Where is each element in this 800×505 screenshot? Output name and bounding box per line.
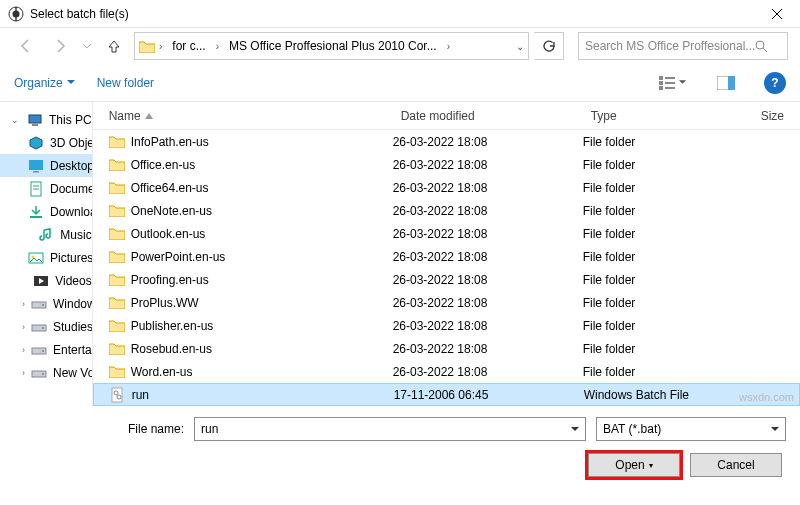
file-type: File folder [583, 181, 753, 195]
up-button[interactable] [100, 32, 128, 60]
file-row[interactable]: OneNote.en-us26-03-2022 18:08File folder [93, 199, 800, 222]
filename-input[interactable]: run [194, 417, 586, 441]
sidebar-item-label: Studies (D:) [53, 320, 92, 334]
chevron-down-icon [771, 427, 779, 432]
sidebar-item-label: Pictures [50, 251, 92, 265]
address-dropdown[interactable]: ⌄ [516, 41, 524, 52]
folder-icon [139, 38, 155, 54]
expand-icon: › [22, 345, 25, 355]
sidebar-item-pictures[interactable]: Pictures [0, 246, 92, 269]
file-type: File folder [583, 319, 753, 333]
view-list-button[interactable] [656, 71, 688, 95]
file-row[interactable]: Publisher.en-us26-03-2022 18:08File fold… [93, 314, 800, 337]
sidebar-item-3d-objects[interactable]: 3D Objects [0, 131, 92, 154]
folder-icon [109, 226, 125, 242]
svg-rect-15 [29, 115, 41, 123]
filename-label: File name: [14, 422, 184, 436]
file-row[interactable]: Proofing.en-us26-03-2022 18:08File folde… [93, 268, 800, 291]
file-name: Rosebud.en-us [131, 342, 212, 356]
drive-icon [31, 365, 47, 381]
back-button[interactable] [12, 32, 40, 60]
sidebar-item-label: 3D Objects [50, 136, 92, 150]
help-button[interactable]: ? [764, 72, 786, 94]
sidebar-item-this-pc[interactable]: ⌄This PC [0, 108, 92, 131]
dl-icon [28, 204, 44, 220]
file-type: File folder [583, 365, 753, 379]
preview-pane-button[interactable] [710, 71, 742, 95]
search-placeholder: Search MS Office Proffesional... [585, 39, 755, 53]
file-type: File folder [583, 250, 753, 264]
breadcrumb-item[interactable]: for c... [166, 37, 211, 55]
svg-rect-22 [30, 216, 42, 218]
svg-rect-12 [665, 87, 675, 89]
sidebar-item-windows-ssd-c[interactable]: ›Windows-SSD (C [0, 292, 92, 315]
main-area: ⌄This PC3D ObjectsDesktopDocumentsDownlo… [0, 102, 800, 407]
file-type: File folder [583, 227, 753, 241]
cancel-button[interactable]: Cancel [690, 453, 782, 477]
refresh-button[interactable] [534, 32, 564, 60]
sidebar-item-documents[interactable]: Documents [0, 177, 92, 200]
file-type: File folder [583, 158, 753, 172]
svg-rect-18 [33, 171, 39, 173]
svg-point-33 [42, 373, 44, 375]
file-name: Office64.en-us [131, 181, 209, 195]
file-name: PowerPoint.en-us [131, 250, 226, 264]
sidebar-item-downloads[interactable]: Downloads [0, 200, 92, 223]
batch-file-icon [110, 387, 126, 403]
drive-icon [31, 319, 47, 335]
desktop-icon [28, 158, 44, 174]
chevron-down-icon [571, 427, 579, 432]
svg-rect-11 [665, 82, 675, 84]
window-title: Select batch file(s) [30, 7, 754, 21]
new-folder-button[interactable]: New folder [97, 76, 154, 90]
file-row[interactable]: PowerPoint.en-us26-03-2022 18:08File fol… [93, 245, 800, 268]
column-type[interactable]: Type [583, 109, 753, 123]
file-name: Word.en-us [131, 365, 193, 379]
file-row[interactable]: run17-11-2006 06:45Windows Batch File [93, 383, 800, 406]
sidebar-item-new-volume-f-[interactable]: ›New Volume (F:) [0, 361, 92, 384]
open-button[interactable]: Open▾ [588, 453, 680, 477]
file-type-filter[interactable]: BAT (*.bat) [596, 417, 786, 441]
sidebar-item-label: Music [60, 228, 91, 242]
sidebar-item-desktop[interactable]: Desktop [0, 154, 92, 177]
file-date: 26-03-2022 18:08 [393, 296, 583, 310]
file-row[interactable]: InfoPath.en-us26-03-2022 18:08File folde… [93, 130, 800, 153]
forward-button[interactable] [46, 32, 74, 60]
sidebar-item-studies-d-[interactable]: ›Studies (D:) [0, 315, 92, 338]
svg-line-6 [763, 48, 767, 52]
svg-rect-8 [659, 81, 663, 85]
svg-rect-14 [728, 76, 735, 90]
sidebar-item-music[interactable]: Music [0, 223, 92, 246]
file-date: 26-03-2022 18:08 [393, 181, 583, 195]
file-name: run [132, 388, 149, 402]
file-type: Windows Batch File [584, 388, 754, 402]
close-button[interactable] [754, 0, 800, 28]
organize-menu[interactable]: Organize [14, 76, 75, 90]
chevron-icon: › [447, 41, 450, 52]
folder-icon [109, 295, 125, 311]
file-row[interactable]: Rosebud.en-us26-03-2022 18:08File folder [93, 337, 800, 360]
file-date: 26-03-2022 18:08 [393, 319, 583, 333]
file-row[interactable]: Office.en-us26-03-2022 18:08File folder [93, 153, 800, 176]
pc-icon [27, 112, 43, 128]
file-name: Proofing.en-us [131, 273, 209, 287]
file-date: 26-03-2022 18:08 [393, 273, 583, 287]
file-row[interactable]: ProPlus.WW26-03-2022 18:08File folder [93, 291, 800, 314]
file-row[interactable]: Outlook.en-us26-03-2022 18:08File folder [93, 222, 800, 245]
sidebar-item-videos[interactable]: Videos [0, 269, 92, 292]
search-input[interactable]: Search MS Office Proffesional... [578, 32, 788, 60]
sidebar-item-label: Documents [50, 182, 92, 196]
file-date: 26-03-2022 18:08 [393, 204, 583, 218]
recent-dropdown[interactable] [80, 32, 94, 60]
sidebar-item-entertainment-e[interactable]: ›Entertainment (E [0, 338, 92, 361]
svg-point-27 [42, 304, 44, 306]
music-icon [38, 227, 54, 243]
file-row[interactable]: Word.en-us26-03-2022 18:08File folder [93, 360, 800, 383]
file-type: File folder [583, 135, 753, 149]
column-size[interactable]: Size [753, 109, 800, 123]
address-bar[interactable]: › for c... › MS Office Proffesional Plus… [134, 32, 529, 60]
breadcrumb-item[interactable]: MS Office Proffesional Plus 2010 Cor... [223, 37, 443, 55]
column-date[interactable]: Date modified [393, 109, 583, 123]
file-row[interactable]: Office64.en-us26-03-2022 18:08File folde… [93, 176, 800, 199]
column-name[interactable]: Name [93, 109, 393, 123]
